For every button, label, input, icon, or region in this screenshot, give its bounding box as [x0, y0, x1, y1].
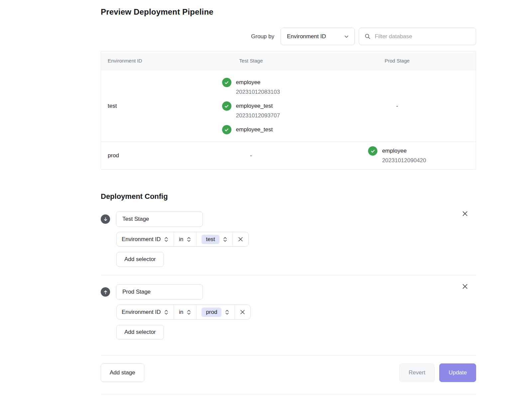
remove-selector-button[interactable] — [232, 232, 248, 246]
label-selector: Environment ID in test — [116, 232, 249, 247]
updown-chevron-icon — [187, 309, 191, 315]
deployment-list: employee 20231012083103 employee_test 20… — [222, 70, 280, 142]
deployment-config-title: Deployment Config — [101, 192, 476, 201]
footer-right-actions: Revert Update — [399, 363, 476, 382]
bottom-divider — [101, 394, 476, 394]
selector-value-select[interactable]: prod — [196, 305, 234, 319]
deployment-item: employee 20231012083103 — [222, 77, 280, 97]
selector-field-value: Environment ID — [122, 236, 161, 243]
stage-divider — [101, 275, 476, 275]
chevron-down-icon — [344, 34, 349, 39]
add-selector-button[interactable]: Add selector — [116, 325, 164, 339]
add-selector-row: Add selector — [116, 252, 476, 267]
updown-chevron-icon — [164, 309, 169, 315]
table-row: test employee 20231012083103 — [101, 70, 476, 142]
prod-stage-cell: employee 20231012090420 — [319, 142, 476, 169]
column-header-environment-id: Environment ID — [101, 58, 184, 64]
test-stage-empty-cell: - — [184, 152, 319, 159]
selector-field-value: Environment ID — [122, 309, 161, 316]
check-circle-icon — [222, 78, 231, 87]
selector-field-select[interactable]: Environment ID — [117, 232, 174, 246]
deployment-timestamp: 20231012093707 — [236, 111, 280, 120]
deployment-timestamp: 20231012090420 — [382, 156, 426, 165]
update-button[interactable]: Update — [439, 363, 476, 382]
selector-row: Environment ID in prod — [116, 305, 476, 320]
deployment-timestamp: 20231012083103 — [236, 87, 280, 97]
page-title: Preview Deployment Pipeline — [101, 7, 476, 17]
deployment-list: employee 20231012090420 — [368, 142, 426, 169]
check-circle-icon — [222, 101, 231, 111]
move-stage-down-button[interactable] — [101, 214, 110, 224]
group-by-label: Group by — [251, 33, 274, 40]
footer-divider — [101, 355, 476, 355]
updown-chevron-icon — [187, 236, 191, 242]
stage-config-test: Environment ID in test — [101, 211, 476, 267]
deployment-item: employee_test 20231012093707 — [222, 101, 280, 120]
add-stage-button[interactable]: Add stage — [101, 363, 144, 382]
filter-database-input[interactable] — [375, 33, 470, 40]
check-circle-icon — [368, 146, 377, 156]
environment-id-cell: prod — [101, 152, 184, 159]
stage-name-input[interactable] — [116, 211, 203, 227]
column-header-prod-stage: Prod Stage — [319, 58, 476, 64]
move-stage-up-button[interactable] — [101, 287, 110, 297]
selector-operator-value: in — [179, 236, 183, 243]
database-name: employee — [382, 146, 426, 156]
selector-operator-value: in — [179, 309, 183, 316]
arrow-up-icon — [103, 290, 108, 295]
stage-config-prod: Environment ID in prod — [101, 284, 476, 339]
selector-value-badge: test — [201, 235, 219, 244]
remove-selector-button[interactable] — [234, 305, 250, 319]
stage-header — [101, 284, 476, 300]
page: Preview Deployment Pipeline Group by Env… — [0, 0, 532, 399]
selector-value-badge: prod — [201, 308, 221, 317]
selector-operator-select[interactable]: in — [174, 232, 196, 246]
deployment-item: employee 20231012090420 — [368, 146, 426, 165]
arrow-down-icon — [103, 217, 108, 222]
search-icon — [364, 33, 371, 40]
group-by-value: Environment ID — [287, 33, 326, 40]
stage-name-input[interactable] — [116, 284, 203, 300]
selector-row: Environment ID in test — [116, 232, 476, 247]
label-selector: Environment ID in prod — [116, 305, 251, 320]
add-selector-row: Add selector — [116, 325, 476, 339]
selector-operator-select[interactable]: in — [174, 305, 196, 319]
deployment-item: employee_test — [222, 125, 273, 134]
group-by-dropdown[interactable]: Environment ID — [281, 28, 355, 45]
filter-searchbox[interactable] — [359, 28, 476, 45]
revert-button[interactable]: Revert — [399, 363, 435, 382]
database-name: employee — [236, 77, 280, 87]
content-area: Preview Deployment Pipeline Group by Env… — [101, 0, 476, 394]
database-name: employee_test — [236, 125, 273, 134]
add-selector-button[interactable]: Add selector — [116, 252, 164, 267]
updown-chevron-icon — [164, 236, 169, 242]
check-circle-icon — [222, 125, 231, 134]
database-name: employee_test — [236, 101, 280, 111]
table-row: prod - employee 20231012090420 — [101, 142, 476, 169]
close-icon — [237, 236, 244, 242]
toolbar: Group by Environment ID — [101, 28, 476, 45]
selector-field-select[interactable]: Environment ID — [117, 305, 174, 319]
remove-stage-button[interactable] — [460, 208, 470, 219]
table-header-row: Environment ID Test Stage Prod Stage — [101, 51, 476, 70]
pipeline-table: Environment ID Test Stage Prod Stage tes… — [101, 51, 476, 170]
prod-stage-empty-cell: - — [319, 103, 476, 109]
column-header-test-stage: Test Stage — [184, 58, 319, 64]
stage-header — [101, 211, 476, 227]
close-icon — [239, 309, 246, 315]
updown-chevron-icon — [225, 309, 229, 315]
test-stage-cell: employee 20231012083103 employee_test 20… — [184, 70, 319, 142]
footer-actions: Add stage Revert Update — [101, 363, 476, 382]
environment-id-cell: test — [101, 103, 184, 109]
updown-chevron-icon — [223, 236, 227, 242]
selector-value-select[interactable]: test — [196, 232, 232, 246]
remove-stage-button[interactable] — [460, 281, 470, 292]
